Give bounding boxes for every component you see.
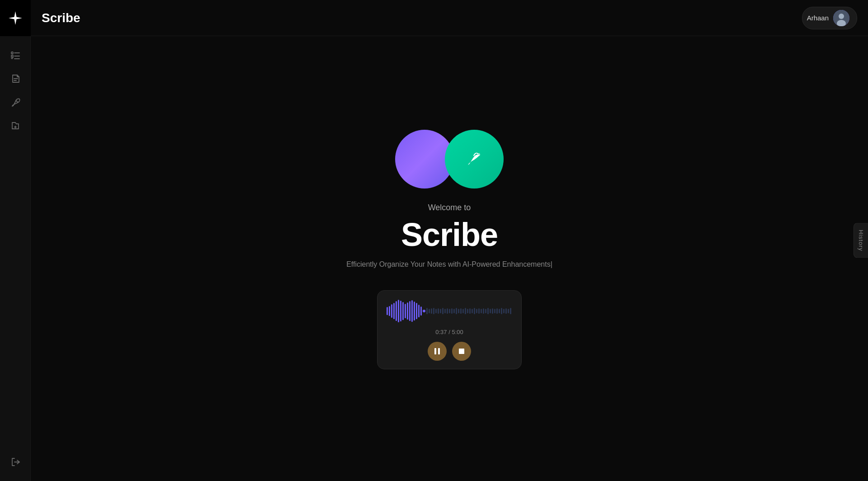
svg-rect-0 — [11, 52, 13, 54]
svg-rect-15 — [459, 349, 464, 354]
waveform-bar — [402, 302, 404, 320]
waveform-bar — [453, 309, 455, 313]
waveform-bar — [499, 309, 500, 313]
waveform-bar — [508, 309, 509, 313]
pause-button[interactable] — [428, 342, 447, 361]
waveform-bar — [400, 301, 401, 321]
waveform-bar — [476, 309, 477, 313]
waveform-bar — [414, 302, 415, 321]
svg-point-12 — [477, 153, 480, 156]
waveform-bar — [393, 303, 395, 319]
waveform-bar — [391, 304, 392, 318]
header-title: Scribe — [42, 11, 80, 25]
waveform-bar — [483, 308, 484, 314]
waveform-bar — [460, 308, 462, 314]
sidebar-item-notes[interactable] — [5, 69, 25, 89]
waveform-bar — [409, 301, 410, 321]
waveform-bar — [456, 308, 457, 314]
waveform-bar — [389, 306, 390, 316]
player-controls — [428, 342, 471, 361]
waveform-bar — [433, 308, 434, 314]
sidebar-item-scribe[interactable] — [5, 92, 25, 112]
waveform-bar — [505, 308, 507, 314]
user-badge[interactable]: Arhaan — [802, 7, 857, 29]
avatar — [833, 10, 849, 26]
waveform-bar — [411, 300, 413, 322]
sidebar — [0, 0, 31, 481]
sidebar-item-files[interactable] — [5, 116, 25, 136]
waveform-bar — [494, 309, 495, 313]
waveform-bar — [474, 308, 475, 314]
history-tab[interactable]: History — [854, 223, 868, 258]
waveform-bar — [492, 308, 493, 314]
sidebar-bottom — [5, 452, 25, 481]
waveform-bar — [449, 309, 450, 313]
waveform-bar — [503, 309, 505, 313]
logo-icons — [395, 130, 504, 189]
waveform-bar — [442, 308, 443, 314]
svg-point-10 — [839, 14, 844, 19]
svg-line-7 — [16, 100, 18, 102]
welcome-text: Welcome to — [428, 203, 471, 212]
svg-rect-14 — [438, 348, 440, 354]
waveform-bar — [416, 303, 417, 319]
sidebar-logo[interactable] — [0, 0, 31, 36]
waveform-bar — [396, 301, 397, 321]
waveform-bar — [444, 309, 446, 313]
waveform-bar — [510, 308, 511, 314]
waveform-bar — [438, 308, 439, 314]
subtitle: Efficiently Organize Your Notes with AI-… — [346, 260, 552, 269]
waveform-bar — [440, 309, 441, 313]
waveform — [387, 300, 512, 322]
audio-player: 0:37 / 5:00 — [377, 290, 522, 369]
user-name: Arhaan — [807, 14, 829, 22]
waveform-bar — [405, 304, 406, 318]
waveform-bar — [387, 307, 388, 315]
waveform-bar — [447, 308, 448, 314]
stop-button[interactable] — [452, 342, 471, 361]
waveform-bar — [435, 309, 437, 313]
app-title: Scribe — [401, 216, 498, 253]
svg-rect-2 — [11, 55, 13, 57]
waveform-bar — [407, 302, 408, 320]
waveform-bar — [398, 300, 399, 322]
timer-display: 0:37 / 5:00 — [435, 329, 463, 335]
waveform-bar — [501, 308, 502, 314]
waveform-bar — [487, 308, 489, 314]
waveform-bar — [469, 308, 471, 314]
sidebar-item-tasks[interactable] — [5, 45, 25, 65]
sidebar-nav — [5, 36, 25, 452]
waveform-bar — [420, 307, 422, 316]
waveform-bar — [458, 309, 459, 313]
waveform-bar — [462, 309, 464, 313]
waveform-bar — [490, 309, 491, 313]
waveform-bar — [418, 305, 420, 317]
center-content: Welcome to Scribe Efficiently Organize Y… — [31, 36, 868, 481]
waveform-bar — [431, 308, 432, 314]
waveform-bar — [472, 309, 473, 313]
header: Scribe Arhaan — [31, 0, 868, 36]
waveform-bar — [481, 309, 482, 313]
main: Scribe Arhaan Welcom — [31, 0, 868, 481]
waveform-bar — [485, 309, 486, 313]
waveform-bar — [478, 308, 480, 314]
circle-green — [445, 130, 504, 189]
waveform-bar — [429, 309, 430, 313]
sidebar-item-logout[interactable] — [5, 452, 25, 472]
waveform-bar — [465, 308, 466, 314]
waveform-bar — [426, 308, 428, 314]
waveform-bar — [451, 308, 453, 314]
waveform-bar — [496, 308, 498, 314]
svg-rect-13 — [434, 348, 436, 354]
waveform-bar — [467, 309, 468, 313]
star-icon — [7, 10, 24, 26]
waveform-progress-dot — [423, 310, 425, 312]
